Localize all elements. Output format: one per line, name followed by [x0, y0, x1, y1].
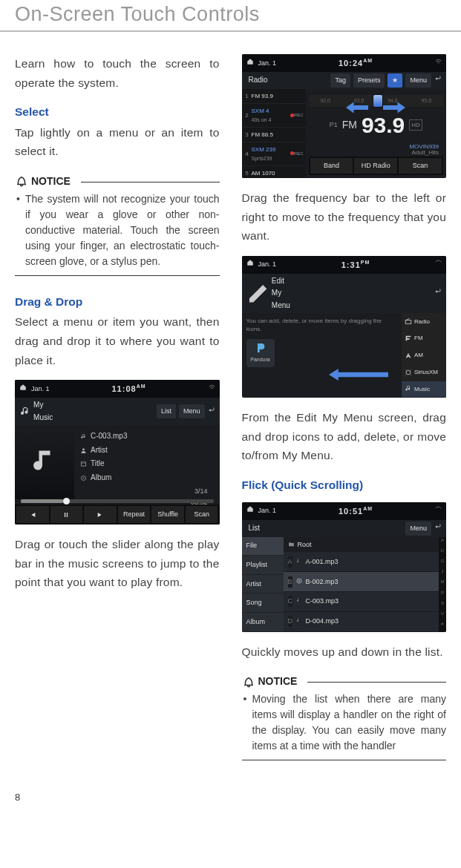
preset-row: 3FM 88.5 — [242, 128, 306, 142]
drag-arrows-icon — [306, 99, 447, 116]
svg-point-7 — [406, 370, 411, 375]
notice-icon — [242, 675, 255, 688]
index-letter: G — [439, 558, 446, 568]
menu-button: Menu — [179, 404, 205, 418]
ampm-label: PM — [361, 260, 370, 265]
category-item: Album — [242, 613, 284, 632]
time-label: 10:51 — [339, 507, 363, 516]
svg-point-3 — [83, 477, 85, 479]
ampm-label: AM — [363, 506, 373, 511]
notice-icon — [15, 174, 28, 188]
select-body: Tap lightly on a menu or an item to sele… — [15, 123, 220, 161]
root-label: Root — [284, 537, 439, 553]
home-icon — [246, 505, 254, 516]
radio-label: Radio — [246, 74, 268, 87]
index-letter: S — [439, 600, 446, 611]
editmenu-caption: From the Edit My Menu screen, drag and d… — [242, 408, 447, 465]
notice-body: The system will not recognize your touch… — [15, 191, 220, 269]
side-item: Music — [402, 381, 446, 398]
file-row: CC-003.mp3 — [284, 592, 439, 612]
editmenu-label: Edit My Menu — [246, 275, 294, 312]
flick-heading: Flick (Quick Scrolling) — [242, 476, 447, 495]
intro-text: Learn how to touch the screen to operate… — [15, 54, 220, 92]
notice-divider — [242, 760, 447, 760]
next-button — [84, 506, 117, 523]
shuffle-button: Shuffle — [151, 506, 184, 523]
home-icon — [246, 58, 254, 69]
filelist-screenshot: Jan. 1 10:51AM List Menu FilePlaylistArt… — [242, 502, 447, 632]
menu-button: Menu — [405, 522, 431, 536]
category-item: File — [242, 537, 284, 556]
side-item: FM — [402, 330, 446, 347]
back-icon — [434, 287, 442, 300]
preset-row: 5AM 1070 — [242, 166, 306, 178]
page-number: 8 — [0, 777, 461, 803]
tag-button: Tag — [330, 73, 350, 88]
music-screenshot: Jan. 1 11:08AM My Music List Menu — [15, 380, 220, 525]
album-label: Album — [91, 472, 111, 484]
notice-heading: NOTICE — [15, 173, 220, 190]
wifi-icon — [435, 505, 442, 516]
preset-row: 1FM 93.9 — [242, 89, 306, 104]
editmenu-screenshot: Jan. 1 1:31PM Edit My Menu You can add, … — [242, 256, 447, 398]
mymusic-label: My Music — [19, 399, 53, 424]
title-label: Title — [91, 458, 105, 470]
svg-point-0 — [82, 448, 85, 450]
date-label: Jan. 1 — [258, 505, 277, 516]
dragdrop-body: Select a menu or item you want, then dra… — [15, 312, 220, 369]
ampm-label: AM — [137, 384, 146, 389]
index-letter: V — [439, 611, 446, 621]
notice-divider — [15, 275, 220, 276]
side-item: Radio — [402, 313, 446, 330]
notice-label: NOTICE — [31, 173, 71, 190]
radio-screenshot: Jan. 1 10:24AM Radio Tag Presets ★ Menu — [242, 54, 447, 178]
preset-row: 2SXM 440s on 4REC — [242, 104, 306, 128]
index-letter: J — [439, 568, 446, 579]
list-label: List — [246, 522, 261, 535]
index-letter: # — [439, 621, 446, 631]
band-label: FM — [342, 116, 357, 134]
list-button: List — [157, 404, 176, 418]
svg-rect-1 — [82, 462, 86, 466]
pandora-item: Pandora — [246, 339, 275, 367]
music-note-icon — [31, 447, 58, 478]
page-title: On-Screen Touch Controls — [0, 0, 461, 32]
time-label: 1:31 — [341, 260, 361, 269]
date-label: Jan. 1 — [31, 384, 50, 395]
index-letter: P — [439, 590, 446, 600]
filelist-caption: Quickly moves up and down in the list. — [242, 642, 447, 662]
pause-button — [50, 506, 83, 523]
select-heading: Select — [15, 102, 220, 122]
repeat-button: Repeat — [118, 506, 151, 523]
home-icon — [246, 259, 254, 270]
ampm-label: AM — [363, 58, 373, 63]
music-caption: Drag or touch the slider along the play … — [15, 535, 220, 592]
station-genre: Adult_Hits — [309, 150, 439, 157]
hdradio-button: HD Radio — [354, 158, 397, 174]
time-label: 11:08 — [112, 384, 137, 393]
back-icon — [434, 522, 442, 535]
file-row: DD-004.mp3 — [284, 612, 439, 632]
notice-heading: NOTICE — [242, 673, 447, 690]
scan-button: Scan — [186, 506, 218, 523]
track-name: C-003.mp3 — [91, 430, 127, 443]
svg-rect-6 — [405, 320, 411, 324]
category-item: Playlist — [242, 556, 284, 575]
hd-icon: HD — [409, 119, 422, 131]
wifi-icon — [209, 384, 215, 395]
date-label: Jan. 1 — [258, 259, 277, 270]
index-letter: M — [439, 579, 446, 589]
wifi-icon — [435, 58, 442, 69]
back-icon — [434, 74, 442, 87]
time-label: 10:24 — [339, 59, 363, 68]
side-item: SiriusXM — [402, 364, 446, 381]
preset-row: 4SXM 239Sprts239REC — [242, 142, 306, 166]
file-row: AA-001.mp3 — [284, 552, 439, 572]
home-icon — [19, 384, 27, 395]
notice-body: Moving the list when there are many item… — [242, 691, 447, 754]
prev-button — [16, 506, 49, 523]
artist-label: Artist — [91, 444, 108, 457]
radio-caption: Drag the frequency bar to the left or ri… — [242, 188, 447, 246]
drag-arrow-icon — [329, 366, 388, 386]
file-row: BB-002.mp3 — [284, 572, 439, 592]
